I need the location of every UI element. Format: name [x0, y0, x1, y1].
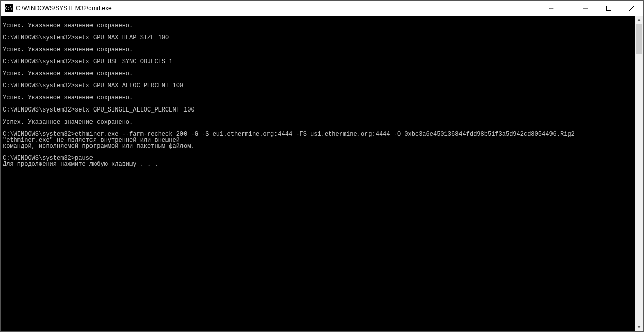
- scroll-up-arrow-icon[interactable]: [635, 16, 643, 24]
- titlebar[interactable]: C:\ C:\WINDOWS\SYSTEM32\cmd.exe ↔: [1, 1, 643, 16]
- cmd-window: C:\ C:\WINDOWS\SYSTEM32\cmd.exe ↔ Успех.…: [0, 0, 644, 332]
- svg-rect-0: [607, 6, 611, 11]
- resize-handle-icon[interactable]: ↔: [544, 5, 559, 12]
- cmd-icon: C:\: [5, 4, 13, 12]
- window-body: Успех. Указанное значение сохранено. C:\…: [1, 16, 643, 331]
- scrollbar-thumb[interactable]: [636, 24, 642, 54]
- maximize-button[interactable]: [597, 1, 620, 16]
- close-button[interactable]: [620, 1, 643, 16]
- maximize-icon: [606, 6, 611, 11]
- terminal-output[interactable]: Успех. Указанное значение сохранено. C:\…: [1, 16, 635, 331]
- scrollbar-track[interactable]: [635, 24, 643, 323]
- vertical-scrollbar[interactable]: [635, 16, 643, 331]
- minimize-button[interactable]: [574, 1, 597, 16]
- minimize-icon: [583, 6, 588, 11]
- close-icon: [629, 6, 634, 11]
- window-title: C:\WINDOWS\SYSTEM32\cmd.exe: [16, 5, 112, 12]
- scroll-down-arrow-icon[interactable]: [635, 323, 643, 331]
